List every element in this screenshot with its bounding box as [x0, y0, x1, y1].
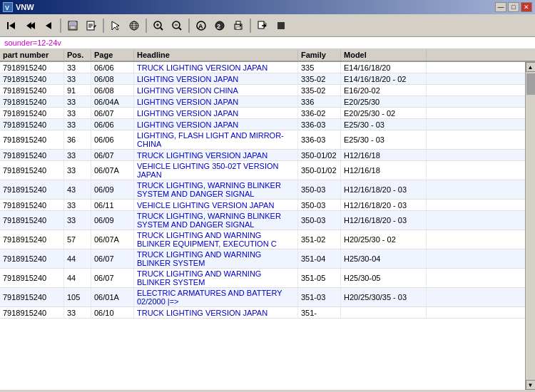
table-row[interactable]: 79189152403306/06LIGHTING VERSION JAPAN3… — [0, 119, 525, 130]
cell-headline-link[interactable]: TRUCK LIGHTING AND WARNING BLINKER EQUIP… — [137, 231, 295, 248]
table-row[interactable]: 79189152405706/07ATRUCK LIGHTING AND WAR… — [0, 230, 525, 249]
cell-headline-link[interactable]: TRUCK LIGHTING, WARNING BLINKER SYSTEM A… — [137, 181, 295, 198]
cell-part: 7918915240 — [0, 119, 64, 130]
table-row[interactable]: 79189152404306/09TRUCK LIGHTING, WARNING… — [0, 180, 525, 200]
cell-model — [341, 307, 427, 318]
cell-headline[interactable]: VEHICLE LIGHTING 350-02T VERSION JAPAN — [134, 161, 298, 180]
cell-headline[interactable]: TRUCK LIGHTING VERSION JAPAN — [134, 307, 298, 318]
nav-prev-button[interactable] — [40, 17, 57, 34]
search-a1-button[interactable]: A — [193, 17, 210, 34]
cell-headline[interactable]: ELECTRIC ARMATURES AND BATTERY 02/2000 |… — [134, 288, 298, 306]
window-title: VNW — [16, 3, 34, 11]
cell-headline-link[interactable]: VEHICLE LIGHTING VERSION JAPAN — [137, 201, 274, 210]
table-row[interactable]: 79189152403306/11VEHICLE LIGHTING VERSIO… — [0, 200, 525, 211]
cell-model: E16/20-02 — [341, 85, 427, 96]
table-row[interactable]: 79189152403306/08LIGHTING VERSION JAPAN3… — [0, 73, 525, 85]
cell-headline-link[interactable]: LIGHTING VERSION JAPAN — [137, 120, 238, 129]
table-body[interactable]: 79189152403306/06TRUCK LIGHTING VERSION … — [0, 62, 525, 390]
cell-headline[interactable]: TRUCK LIGHTING VERSION JAPAN — [134, 150, 298, 160]
scroll-up-arrow[interactable]: ▲ — [526, 62, 536, 72]
cell-page: 06/11 — [91, 200, 134, 210]
table-row[interactable]: 79189152403306/07LIGHTING VERSION JAPAN3… — [0, 108, 525, 119]
title-bar: V VNW — □ ✕ — [0, 0, 535, 14]
cursor-tool-button[interactable] — [107, 17, 124, 34]
cell-model: E20/25/30 — [341, 96, 427, 107]
nav-prev-fast-button[interactable] — [21, 17, 39, 34]
table-row[interactable]: 79189152403606/06LIGHTING, FLASH LIGHT A… — [0, 130, 525, 150]
cell-headline-link[interactable]: LIGHTING VERSION JAPAN — [137, 98, 238, 106]
cell-headline-link[interactable]: TRUCK LIGHTING VERSION JAPAN — [137, 63, 268, 72]
cell-page: 06/06 — [91, 62, 134, 73]
cell-headline-link[interactable]: LIGHTING VERSION JAPAN — [137, 109, 238, 118]
cell-headline[interactable]: TRUCK LIGHTING AND WARNING BLINKER SYSTE… — [134, 269, 298, 287]
table-row[interactable]: 791891524010506/01AELECTRIC ARMATURES AN… — [0, 288, 525, 307]
cell-headline[interactable]: LIGHTING VERSION JAPAN — [134, 119, 298, 130]
maximize-button[interactable]: □ — [508, 2, 519, 12]
cell-headline-link[interactable]: LIGHTING VERSION CHINA — [137, 86, 238, 95]
search-a2-button[interactable]: 2 — [211, 17, 228, 34]
scrollbar[interactable]: ▲ ▼ — [525, 62, 535, 390]
table-row[interactable]: 79189152403306/04ALIGHTING VERSION JAPAN… — [0, 96, 525, 108]
zoom-button[interactable] — [150, 17, 167, 34]
cell-page: 06/07 — [91, 269, 134, 287]
globe-button[interactable] — [126, 17, 143, 34]
table-row[interactable]: 79189152403306/10TRUCK LIGHTING VERSION … — [0, 307, 525, 319]
minimize-button[interactable]: — — [495, 2, 506, 12]
cell-headline[interactable]: LIGHTING VERSION JAPAN — [134, 96, 298, 107]
cell-pos: 57 — [64, 230, 91, 249]
cell-headline-link[interactable]: TRUCK LIGHTING AND WARNING BLINKER SYSTE… — [137, 250, 295, 267]
cell-headline-link[interactable]: TRUCK LIGHTING VERSION JAPAN — [137, 151, 268, 160]
cell-headline[interactable]: LIGHTING VERSION CHINA — [134, 85, 298, 96]
export-button[interactable] — [254, 17, 271, 34]
table-row[interactable]: 79189152403306/06TRUCK LIGHTING VERSION … — [0, 62, 525, 73]
cell-model: H25/30-04 — [341, 249, 427, 268]
cell-model: E25/30 - 03 — [341, 130, 427, 149]
scroll-thumb[interactable] — [526, 73, 535, 95]
window-controls[interactable]: — □ ✕ — [495, 2, 532, 12]
print-button[interactable] — [230, 17, 247, 34]
cell-headline[interactable]: VEHICLE LIGHTING VERSION JAPAN — [134, 200, 298, 210]
table-row[interactable]: 79189152404406/07TRUCK LIGHTING AND WARN… — [0, 249, 525, 269]
scrollbar-spacer — [427, 50, 437, 60]
cell-headline[interactable]: TRUCK LIGHTING, WARNING BLINKER SYSTEM A… — [134, 211, 298, 229]
cell-pos: 33 — [64, 211, 91, 229]
table-row[interactable]: 79189152403306/09TRUCK LIGHTING, WARNING… — [0, 211, 525, 230]
scroll-down-arrow[interactable]: ▼ — [526, 380, 536, 390]
cell-page: 06/04A — [91, 96, 134, 107]
cell-family: 350-03 — [298, 200, 341, 210]
svg-marker-3 — [9, 22, 15, 29]
cell-page: 06/01A — [91, 288, 134, 306]
cell-pos: 105 — [64, 288, 91, 306]
toolbar: A 2 — [0, 14, 535, 37]
cell-model: E25/30 - 03 — [341, 119, 427, 130]
cell-headline-link[interactable]: TRUCK LIGHTING, WARNING BLINKER SYSTEM A… — [137, 212, 295, 229]
cell-headline[interactable]: TRUCK LIGHTING VERSION JAPAN — [134, 62, 298, 73]
nav-first-button[interactable] — [3, 17, 20, 34]
cell-headline[interactable]: TRUCK LIGHTING AND WARNING BLINKER EQUIP… — [134, 230, 298, 249]
cell-pos: 36 — [64, 130, 91, 149]
cell-headline[interactable]: LIGHTING VERSION JAPAN — [134, 108, 298, 118]
table-row[interactable]: 79189152409106/08LIGHTING VERSION CHINA3… — [0, 85, 525, 96]
table-row[interactable]: 79189152404406/07TRUCK LIGHTING AND WARN… — [0, 269, 525, 288]
cell-headline[interactable]: LIGHTING, FLASH LIGHT AND MIRROR-CHINA — [134, 130, 298, 149]
nav-save-button[interactable] — [64, 17, 81, 34]
table-row[interactable]: 79189152403306/07TRUCK LIGHTING VERSION … — [0, 150, 525, 161]
zoom-out-button[interactable] — [168, 17, 185, 34]
close-button[interactable]: ✕ — [521, 2, 532, 12]
stop-button[interactable] — [272, 17, 290, 34]
nav-edit-button[interactable] — [83, 17, 100, 34]
cell-headline-link[interactable]: TRUCK LIGHTING VERSION JAPAN — [137, 309, 268, 317]
cell-headline-link[interactable]: LIGHTING, FLASH LIGHT AND MIRROR-CHINA — [137, 131, 295, 148]
cell-headline-link[interactable]: VEHICLE LIGHTING 350-02T VERSION JAPAN — [137, 162, 295, 179]
cell-family: 335-02 — [298, 73, 341, 84]
cell-headline-link[interactable]: ELECTRIC ARMATURES AND BATTERY 02/2000 |… — [137, 289, 295, 306]
cell-headline-link[interactable]: TRUCK LIGHTING AND WARNING BLINKER SYSTE… — [137, 269, 295, 287]
cell-headline[interactable]: LIGHTING VERSION JAPAN — [134, 73, 298, 84]
cell-headline-link[interactable]: LIGHTING VERSION JAPAN — [137, 75, 238, 83]
filter-row: sounder=12-24v — [0, 37, 535, 49]
cell-family: 350-01/02 — [298, 150, 341, 160]
table-row[interactable]: 79189152403306/07AVEHICLE LIGHTING 350-0… — [0, 161, 525, 180]
cell-headline[interactable]: TRUCK LIGHTING AND WARNING BLINKER SYSTE… — [134, 249, 298, 268]
col-header-model: Model — [341, 50, 427, 60]
cell-headline[interactable]: TRUCK LIGHTING, WARNING BLINKER SYSTEM A… — [134, 180, 298, 199]
